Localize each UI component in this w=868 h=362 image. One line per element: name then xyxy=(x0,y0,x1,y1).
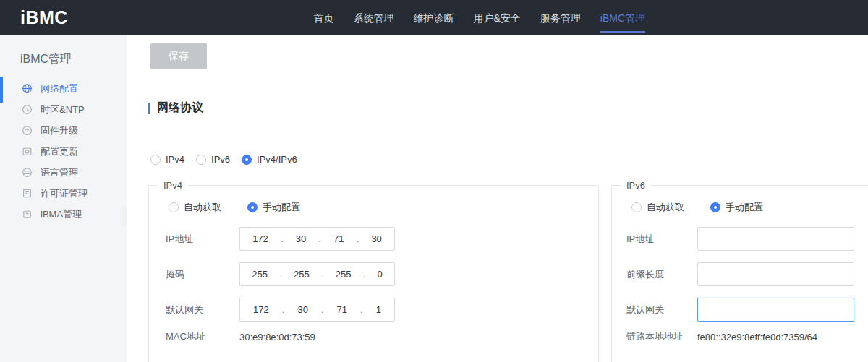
ipv6-gateway-row: 默认网关 xyxy=(626,298,868,322)
field-label: 默认网关 xyxy=(166,303,239,316)
language-icon xyxy=(22,167,33,178)
app-logo: iBMC xyxy=(20,7,68,28)
sidebar-item-firmware-upgrade[interactable]: 固件升级 xyxy=(0,120,127,141)
nav-item-ibmc-mgmt[interactable]: iBMC管理 xyxy=(600,0,645,33)
sidebar-item-label: 许可证管理 xyxy=(41,187,88,200)
nav-item-service-mgmt[interactable]: 服务管理 xyxy=(540,0,581,33)
nav-item-home[interactable]: 首页 xyxy=(313,0,333,33)
ip-separator: . xyxy=(281,233,284,244)
ip-octet: 71 xyxy=(337,304,347,315)
save-button[interactable]: 保存 xyxy=(150,43,207,69)
ipv6-ip-address-input[interactable] xyxy=(697,227,854,251)
radio-unchecked-icon xyxy=(150,155,161,165)
sidebar-menu: 网络配置 时区&NTP 固件升级 配置更新 xyxy=(0,78,127,225)
ibmc-network-config-page: iBMC 首页 系统管理 维护诊断 用户&安全 服务管理 iBMC管理 iBMC… xyxy=(0,0,868,362)
ipv6-mode-radio-group: 自动获取 手动配置 xyxy=(631,201,868,214)
nav-item-system-mgmt[interactable]: 系统管理 xyxy=(353,0,393,33)
sidebar-item-label: iBMA管理 xyxy=(41,208,82,221)
ip-separator: . xyxy=(279,269,282,280)
ipv6-panel: IPv6 自动获取 手动配置 IP地址 前缀长度 默认 xyxy=(611,180,868,362)
radio-unchecked-icon xyxy=(196,155,206,165)
ipv4-mac-address-row: MAC地址 30:e9:8e:0d:73:59 xyxy=(166,331,598,342)
sidebar-title: iBMC管理 xyxy=(20,52,72,67)
ip-octet: 71 xyxy=(333,233,344,244)
ipv4-mode-radio-group: 自动获取 手动配置 xyxy=(169,201,598,214)
field-label: IP地址 xyxy=(166,233,239,246)
ipv4-radio-auto[interactable]: 自动获取 xyxy=(169,201,221,214)
link-local-address-value: fe80::32e9:8eff:fe0d:7359/64 xyxy=(697,332,817,342)
ip-octet: 30 xyxy=(297,304,307,315)
field-label: 默认网关 xyxy=(626,303,697,316)
radio-label: IPv6 xyxy=(211,154,230,165)
ipv4-radio-manual[interactable]: 手动配置 xyxy=(247,201,300,214)
radio-label: 自动获取 xyxy=(184,201,221,214)
sidebar-item-label: 固件升级 xyxy=(41,124,78,137)
ipv4-subnet-mask-input[interactable]: 255.255.255.0 xyxy=(239,262,395,286)
ipv4-gateway-input[interactable]: 172.30.71.1 xyxy=(239,298,395,322)
ip-separator: . xyxy=(357,233,359,244)
sidebar-item-timezone-ntp[interactable]: 时区&NTP xyxy=(0,99,127,120)
radio-unchecked-icon xyxy=(169,202,179,212)
ip-separator: . xyxy=(363,269,366,280)
sidebar-item-ibma-mgmt[interactable]: iBMA管理 xyxy=(0,204,127,225)
radio-option-ipv4[interactable]: IPv4 xyxy=(150,154,184,165)
title-accent-bar xyxy=(148,103,150,114)
sidebar-item-config-update[interactable]: 配置更新 xyxy=(0,141,127,162)
ipv6-link-local-row: 链路本地地址 fe80::32e9:8eff:fe0d:7359/64 xyxy=(626,331,868,342)
license-icon xyxy=(22,188,33,199)
ip-octet: 255 xyxy=(336,269,352,280)
radio-label: 自动获取 xyxy=(647,201,684,214)
ip-octet: 30 xyxy=(296,233,306,244)
ipv4-ip-address-input[interactable]: 172.30.71.30 xyxy=(239,227,395,251)
sidebar: iBMC管理 网络配置 时区&NTP 固件升级 xyxy=(0,35,127,362)
ip-separator: . xyxy=(321,304,324,315)
ip-separator: . xyxy=(321,269,324,280)
ip-octet: 255 xyxy=(252,269,268,280)
sidebar-item-label: 时区&NTP xyxy=(41,103,85,116)
nav-item-user-security[interactable]: 用户&安全 xyxy=(473,0,520,33)
radio-checked-icon xyxy=(242,155,252,165)
ipv6-gateway-input[interactable] xyxy=(697,298,854,322)
ipv4-ip-address-row: IP地址 172.30.71.30 xyxy=(166,227,598,251)
top-nav: 首页 系统管理 维护诊断 用户&安全 服务管理 iBMC管理 xyxy=(313,0,645,35)
ipv6-prefix-length-input[interactable] xyxy=(697,262,854,286)
ip-separator: . xyxy=(282,304,285,315)
radio-label: 手动配置 xyxy=(726,201,763,214)
radio-checked-icon xyxy=(710,202,720,212)
ipv6-panel-legend: IPv6 xyxy=(621,180,651,191)
field-label: 链路本地地址 xyxy=(626,330,697,343)
sidebar-item-label: 语言管理 xyxy=(41,166,78,179)
ip-octet: 172 xyxy=(252,233,268,244)
ip-octet: 30 xyxy=(371,233,381,244)
ibma-icon xyxy=(22,209,33,220)
ipv4-subnet-mask-row: 掩码 255.255.255.0 xyxy=(166,262,598,286)
ipv6-prefix-length-row: 前缀长度 xyxy=(626,262,868,286)
radio-label: IPv4/IPv6 xyxy=(257,154,297,165)
radio-option-ipv4-ipv6[interactable]: IPv4/IPv6 xyxy=(242,154,297,165)
sidebar-item-label: 配置更新 xyxy=(41,145,78,158)
ip-octet: 1 xyxy=(376,304,381,315)
field-label: IP地址 xyxy=(626,233,697,246)
radio-option-ipv6[interactable]: IPv6 xyxy=(196,154,230,165)
ipv4-gateway-row: 默认网关 172.30.71.1 xyxy=(166,298,598,322)
globe-icon xyxy=(22,83,33,94)
main-content: 保存 网络协议 IPv4 IPv6 IPv4/IPv6 IPv4 xyxy=(127,35,868,362)
ipv6-ip-address-row: IP地址 xyxy=(626,227,868,251)
radio-label: 手动配置 xyxy=(263,201,300,214)
ipv6-radio-auto[interactable]: 自动获取 xyxy=(631,201,684,214)
ipv6-radio-manual[interactable]: 手动配置 xyxy=(710,201,763,214)
clock-icon xyxy=(22,104,33,115)
ip-octet: 0 xyxy=(378,269,383,280)
ip-separator: . xyxy=(360,304,363,315)
top-header: iBMC 首页 系统管理 维护诊断 用户&安全 服务管理 iBMC管理 xyxy=(0,0,868,35)
sidebar-item-network-config[interactable]: 网络配置 xyxy=(0,78,127,99)
nav-item-maintenance-diagnosis[interactable]: 维护诊断 xyxy=(413,0,454,33)
mac-address-value: 30:e9:8e:0d:73:59 xyxy=(239,332,315,342)
protocol-radio-group: IPv4 IPv6 IPv4/IPv6 xyxy=(150,154,297,165)
ipv4-panel: IPv4 自动获取 手动配置 IP地址 172.30.71.30 掩码 xyxy=(148,180,599,362)
radio-label: IPv4 xyxy=(166,154,184,165)
sidebar-item-license-mgmt[interactable]: 许可证管理 xyxy=(0,183,127,204)
sidebar-item-language-mgmt[interactable]: 语言管理 xyxy=(0,162,127,183)
ip-separator: . xyxy=(318,233,321,244)
ip-octet: 172 xyxy=(253,304,269,315)
